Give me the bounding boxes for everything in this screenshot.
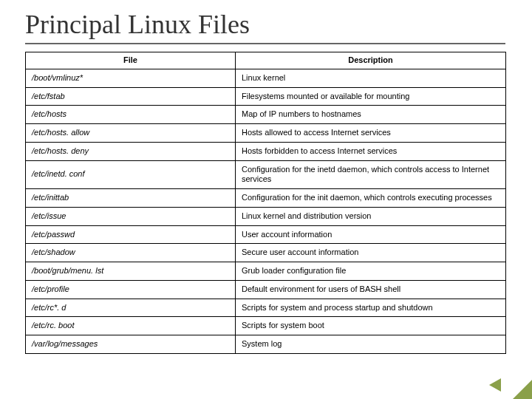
cell-desc: Hosts forbidden to access Internet servi…	[236, 142, 506, 160]
table-row: /etc/issueLinux kernel and distribution …	[26, 207, 506, 225]
cell-file: /boot/vmlinuz*	[26, 69, 236, 87]
table-row: /etc/rc*. dScripts for system and proces…	[26, 299, 506, 317]
cell-desc: Configuration for the init daemon, which…	[236, 189, 506, 208]
cell-desc: Secure user account information	[236, 244, 506, 262]
cell-file: /etc/rc. boot	[26, 317, 236, 335]
cell-desc: Scripts for system and process startup a…	[236, 299, 506, 317]
cell-desc: User account information	[236, 225, 506, 244]
cell-desc: Linux kernel and distribution version	[236, 207, 506, 225]
cell-file: /etc/fstab	[26, 87, 236, 106]
title-underline	[25, 43, 505, 44]
cell-file: /etc/inittab	[26, 189, 236, 208]
corner-accent-icon	[513, 380, 532, 399]
cell-desc: Scripts for system boot	[236, 317, 506, 335]
cell-desc: System log	[236, 335, 506, 354]
table-row: /etc/hosts. allowHosts allowed to access…	[26, 124, 506, 143]
cell-desc: Map of IP numbers to hostnames	[236, 106, 506, 124]
cell-file: /etc/shadow	[26, 244, 236, 262]
header-file: File	[26, 52, 236, 69]
table-row: /etc/fstabFilesystems mounted or availab…	[26, 87, 506, 106]
table-row: /etc/rc. bootScripts for system boot	[26, 317, 506, 335]
cell-desc: Hosts allowed to access Internet service…	[236, 124, 506, 143]
cell-desc: Filesystems mounted or available for mou…	[236, 87, 506, 106]
cell-file: /boot/grub/menu. lst	[26, 262, 236, 281]
table-row: /var/log/messagesSystem log	[26, 335, 506, 354]
cell-file: /etc/issue	[26, 207, 236, 225]
table-row: /etc/hostsMap of IP numbers to hostnames	[26, 106, 506, 124]
slide: Principal Linux Files File Description /…	[0, 0, 532, 399]
table-row: /boot/vmlinuz*Linux kernel	[26, 69, 506, 87]
cell-desc: Default environment for users of BASH sh…	[236, 280, 506, 299]
table-header-row: File Description	[26, 52, 506, 69]
table-row: /etc/shadowSecure user account informati…	[26, 244, 506, 262]
cell-desc: Linux kernel	[236, 69, 506, 87]
cell-desc: Configuration for the inetd daemon, whic…	[236, 160, 506, 189]
table-row: /etc/inetd. confConfiguration for the in…	[26, 160, 506, 189]
prev-arrow-icon[interactable]	[489, 378, 501, 392]
header-description: Description	[236, 52, 506, 69]
cell-file: /etc/hosts	[26, 106, 236, 124]
files-table: File Description /boot/vmlinuz*Linux ker…	[25, 52, 506, 354]
table-row: /etc/passwdUser account information	[26, 225, 506, 244]
table-row: /etc/inittabConfiguration for the init d…	[26, 189, 506, 208]
cell-desc: Grub loader configuration file	[236, 262, 506, 281]
table-row: /etc/profileDefault environment for user…	[26, 280, 506, 299]
cell-file: /var/log/messages	[26, 335, 236, 354]
table-row: /boot/grub/menu. lstGrub loader configur…	[26, 262, 506, 281]
cell-file: /etc/inetd. conf	[26, 160, 236, 189]
table-row: /etc/hosts. denyHosts forbidden to acces…	[26, 142, 506, 160]
cell-file: /etc/profile	[26, 280, 236, 299]
page-title: Principal Linux Files	[25, 9, 250, 40]
cell-file: /etc/passwd	[26, 225, 236, 244]
cell-file: /etc/hosts. allow	[26, 124, 236, 143]
cell-file: /etc/rc*. d	[26, 299, 236, 317]
cell-file: /etc/hosts. deny	[26, 142, 236, 160]
